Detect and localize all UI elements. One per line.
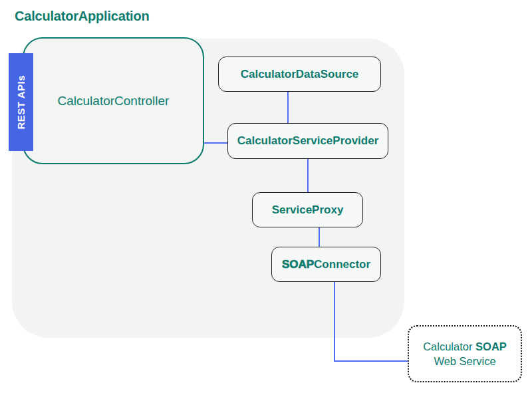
rest-apis-label: REST APIs (15, 75, 27, 129)
node-soap-connector-label-rest: Connector (314, 258, 370, 271)
node-calculator-service-provider-label: CalculatorServiceProvider (237, 134, 379, 148)
web-service-line2: Web Service (434, 354, 495, 368)
web-service-line1-bold: SOAP (475, 340, 507, 352)
diagram-title: CalculatorApplication (15, 9, 150, 24)
node-calculator-controller-label: CalculatorController (58, 94, 170, 108)
node-calculator-data-source-label: CalculatorDataSource (241, 68, 359, 81)
node-calculator-soap-web-service: Calculator SOAP Web Service (408, 325, 522, 382)
rest-apis-badge: REST APIs (9, 53, 33, 151)
node-service-proxy: ServiceProxy (252, 192, 363, 227)
node-calculator-data-source: CalculatorDataSource (218, 57, 381, 92)
web-service-line1-normal: Calculator (423, 340, 475, 352)
node-calculator-controller: CalculatorController (23, 37, 204, 164)
node-service-proxy-label: ServiceProxy (272, 203, 344, 217)
node-soap-connector-label: SOAPConnector (282, 258, 370, 271)
node-soap-connector: SOAPConnector (271, 247, 381, 282)
node-calculator-service-provider: CalculatorServiceProvider (227, 123, 388, 159)
diagram-canvas: CalculatorApplication CalculatorControll… (0, 0, 532, 395)
web-service-line1: Calculator SOAP (423, 339, 507, 354)
node-soap-connector-label-bold: SOAP (282, 258, 314, 271)
